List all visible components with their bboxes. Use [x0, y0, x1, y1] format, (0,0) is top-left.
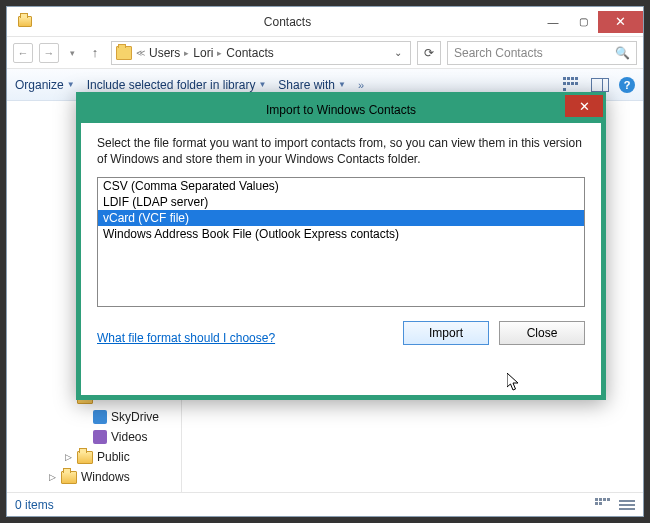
breadcrumb[interactable]: Users [149, 46, 180, 60]
twisty-icon[interactable]: ▷ [63, 452, 73, 462]
titlebar: Contacts — ▢ ✕ [7, 7, 643, 37]
history-dropdown[interactable]: ▾ [65, 43, 79, 63]
format-listbox[interactable]: CSV (Comma Separated Values)LDIF (LDAP s… [97, 177, 585, 307]
include-library-menu[interactable]: Include selected folder in library ▼ [87, 78, 267, 92]
status-bar: 0 items [7, 492, 643, 516]
help-link[interactable]: What file format should I choose? [97, 331, 275, 345]
close-button[interactable]: Close [499, 321, 585, 345]
search-input[interactable]: Search Contacts 🔍 [447, 41, 637, 65]
tree-item[interactable]: Videos [11, 427, 177, 447]
back-button[interactable]: ← [13, 43, 33, 63]
dialog-title: Import to Windows Contacts [266, 103, 416, 117]
import-dialog: Import to Windows Contacts ✕ Select the … [76, 92, 606, 400]
format-option[interactable]: CSV (Comma Separated Values) [98, 178, 584, 194]
window-title: Contacts [37, 15, 538, 29]
folder-icon [61, 471, 77, 484]
refresh-button[interactable]: ⟳ [417, 41, 441, 65]
preview-pane-button[interactable] [591, 78, 609, 92]
folder-app-icon [13, 11, 37, 33]
more-commands[interactable]: » [358, 79, 364, 91]
dialog-instruction: Select the file format you want to impor… [97, 135, 585, 167]
folder-icon [77, 451, 93, 464]
tree-label: Public [97, 450, 130, 464]
close-window-button[interactable]: ✕ [598, 11, 643, 33]
format-option[interactable]: vCard (VCF file) [98, 210, 584, 226]
skydrive-icon [93, 410, 107, 424]
format-option[interactable]: LDIF (LDAP server) [98, 194, 584, 210]
videos-icon [93, 430, 107, 444]
list-view-button[interactable] [619, 498, 635, 512]
breadcrumb-sep: ▸ [182, 48, 191, 58]
help-button[interactable]: ? [619, 77, 635, 93]
search-placeholder: Search Contacts [454, 46, 543, 60]
breadcrumb[interactable]: Lori [193, 46, 213, 60]
breadcrumb-sep: ≪ [134, 48, 147, 58]
details-view-button[interactable] [595, 498, 611, 512]
tree-item[interactable]: SkyDrive [11, 407, 177, 427]
dialog-close-button[interactable]: ✕ [565, 95, 603, 117]
address-bar[interactable]: ≪ Users ▸ Lori ▸ Contacts ⌄ [111, 41, 411, 65]
tree-label: SkyDrive [111, 410, 159, 424]
maximize-button[interactable]: ▢ [568, 11, 598, 33]
share-with-menu[interactable]: Share with ▼ [278, 78, 346, 92]
address-dropdown[interactable]: ⌄ [390, 47, 406, 58]
forward-button[interactable]: → [39, 43, 59, 63]
view-options-button[interactable] [563, 77, 581, 93]
format-option[interactable]: Windows Address Book File (Outlook Expre… [98, 226, 584, 242]
up-button[interactable]: ↑ [85, 43, 105, 63]
twisty-icon[interactable]: ▷ [47, 472, 57, 482]
tree-label: Windows [81, 470, 130, 484]
breadcrumb-sep: ▸ [215, 48, 224, 58]
organize-menu[interactable]: Organize ▼ [15, 78, 75, 92]
dialog-titlebar[interactable]: Import to Windows Contacts ✕ [81, 97, 601, 123]
cursor-icon [507, 373, 523, 397]
location-folder-icon [116, 46, 132, 60]
breadcrumb[interactable]: Contacts [226, 46, 273, 60]
search-icon: 🔍 [615, 46, 630, 60]
nav-toolbar: ← → ▾ ↑ ≪ Users ▸ Lori ▸ Contacts ⌄ ⟳ Se… [7, 37, 643, 69]
tree-item[interactable]: ▷Public [11, 447, 177, 467]
item-count: 0 items [15, 498, 54, 512]
tree-item[interactable]: ▷Windows [11, 467, 177, 487]
import-button[interactable]: Import [403, 321, 489, 345]
tree-label: Videos [111, 430, 147, 444]
minimize-button[interactable]: — [538, 11, 568, 33]
